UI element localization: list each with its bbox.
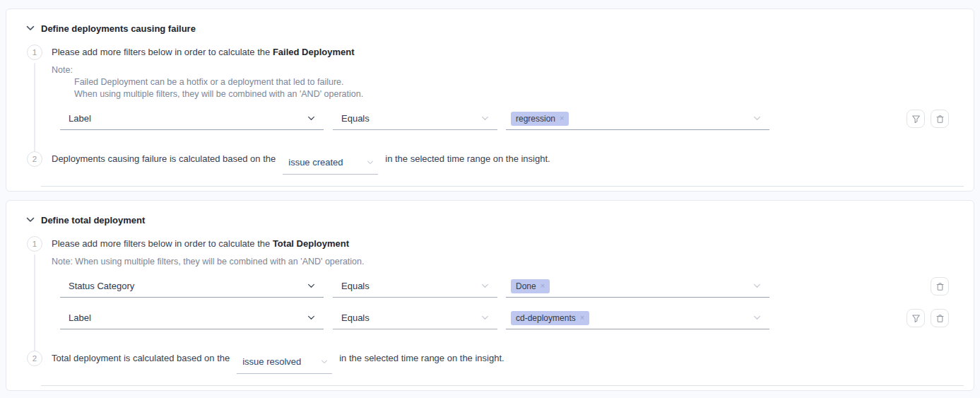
chevron-down-icon (307, 116, 315, 121)
calculation-text-before: Deployments causing failure is calculate… (52, 153, 276, 164)
trash-icon (935, 314, 945, 323)
note-label: Note: (52, 64, 964, 76)
calculation-text-after: in the selected time range on the insigh… (339, 353, 504, 363)
step-number-badge: 1 (27, 45, 42, 60)
operator-select-value: Equals (341, 113, 370, 124)
section-header-failed-deployment[interactable]: Define deployments causing failure (26, 22, 964, 35)
calculation-basis-select[interactable]: issue created (283, 155, 378, 175)
attribute-select[interactable]: Label (60, 107, 324, 130)
step-rail: 2 (27, 151, 42, 171)
value-multiselect[interactable]: cd-deployments × (506, 307, 769, 329)
step-number-badge: 2 (27, 151, 42, 167)
chevron-down-icon (481, 315, 489, 320)
calculation-text-after: in the selected time range on the insigh… (385, 153, 550, 164)
attribute-select-value: Label (69, 312, 91, 323)
operator-select[interactable]: Equals (333, 307, 497, 329)
chevron-down-icon (753, 315, 761, 320)
note-line: When using multiple filters, they will b… (74, 88, 964, 100)
value-tag: Done × (511, 279, 550, 293)
value-tag-label: regression (516, 114, 555, 124)
section-divider (41, 385, 964, 386)
delete-filter-button[interactable] (931, 309, 949, 327)
trash-icon (935, 115, 945, 124)
chevron-down-icon (481, 283, 489, 288)
trash-icon (935, 282, 945, 291)
step-rail: 2 (27, 351, 42, 370)
intro-text: Please add more filters below in order t… (52, 238, 273, 249)
value-tag-label: cd-deployments (516, 313, 576, 323)
value-multiselect[interactable]: regression × (506, 107, 769, 130)
attribute-select[interactable]: Label (60, 307, 324, 329)
chevron-down-icon (481, 116, 489, 121)
value-tag: cd-deployments × (511, 311, 589, 325)
step-1: 1 Please add more filters below in order… (26, 236, 964, 351)
delete-filter-button[interactable] (931, 277, 949, 295)
filter-row: Label Equals cd-deployments (60, 307, 964, 329)
tag-remove-icon[interactable]: × (541, 282, 545, 290)
section-header-total-deployment[interactable]: Define total deployment (26, 213, 964, 226)
step-intro-text: Please add more filters below in order t… (52, 236, 964, 252)
step-connector-line (34, 254, 35, 351)
value-tag-label: Done (516, 281, 536, 291)
calculation-basis-value: issue created (288, 155, 343, 170)
step-2: 2 Deployments causing failure is calcula… (26, 151, 964, 171)
calculation-text-before: Total deployment is calculated based on … (52, 353, 230, 363)
chevron-down-icon (26, 25, 35, 31)
filter-row: Status Category Equals Done (60, 275, 964, 298)
note-line: Failed Deployment can be a hotfix or a d… (74, 76, 964, 88)
funnel-icon (911, 115, 921, 124)
intro-metric-name: Total Deployment (273, 238, 349, 249)
operator-select-value: Equals (341, 281, 370, 291)
filter-values-button[interactable] (907, 309, 925, 327)
step-rail: 1 (27, 45, 42, 151)
filter-row: Label Equals regression (60, 107, 964, 130)
chevron-down-icon (321, 360, 328, 364)
delete-filter-button[interactable] (931, 110, 949, 128)
section-title: Define total deployment (41, 215, 145, 226)
attribute-select-value: Label (69, 113, 91, 124)
value-multiselect[interactable]: Done × (506, 275, 769, 298)
step-number-badge: 2 (27, 351, 42, 366)
value-tag: regression × (511, 112, 569, 126)
tag-remove-icon[interactable]: × (560, 115, 564, 122)
chevron-down-icon (26, 217, 35, 223)
chevron-down-icon (367, 160, 374, 165)
intro-metric-name: Failed Deployment (273, 47, 355, 57)
chevron-down-icon (307, 315, 315, 320)
attribute-select-value: Status Category (69, 281, 134, 291)
section-divider (41, 186, 964, 187)
calculation-basis-select[interactable]: issue resolved (237, 354, 332, 374)
attribute-select[interactable]: Status Category (60, 275, 324, 298)
operator-select[interactable]: Equals (333, 107, 497, 130)
step-rail: 1 (27, 236, 42, 351)
note-label: Note: When using multiple filters, they … (52, 256, 964, 268)
chevron-down-icon (753, 116, 761, 121)
calculation-basis-value: issue resolved (242, 354, 301, 370)
step-connector-line (34, 63, 35, 151)
operator-select-value: Equals (341, 312, 370, 323)
step-1: 1 Please add more filters below in order… (26, 45, 964, 151)
intro-text: Please add more filters below in order t… (52, 47, 273, 57)
tag-remove-icon[interactable]: × (580, 314, 584, 322)
section-title: Define deployments causing failure (41, 23, 196, 34)
chevron-down-icon (753, 283, 761, 288)
section-card-total-deployment: Define total deployment 1 Please add mor… (6, 200, 974, 391)
funnel-icon (911, 314, 921, 323)
step-number-badge: 1 (27, 236, 42, 252)
operator-select[interactable]: Equals (333, 275, 497, 298)
step-intro-text: Please add more filters below in order t… (52, 45, 964, 60)
step-2: 2 Total deployment is calculated based o… (26, 351, 964, 370)
chevron-down-icon (307, 283, 315, 288)
section-card-failed-deployment: Define deployments causing failure 1 Ple… (6, 8, 974, 192)
filter-values-button[interactable] (907, 110, 925, 128)
